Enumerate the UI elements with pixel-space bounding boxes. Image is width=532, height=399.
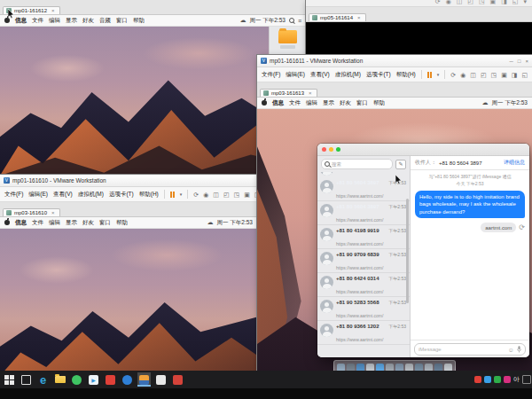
toolbar-icon[interactable]: ◉: [446, 0, 451, 6]
tray-icon[interactable]: [474, 376, 481, 383]
menu-item[interactable]: 帮助: [133, 17, 145, 25]
close-button[interactable]: ×: [525, 59, 528, 64]
dock-icon[interactable]: [425, 364, 433, 372]
dock-icon[interactable]: [386, 364, 394, 372]
toolbar-icon[interactable]: ▣: [490, 0, 497, 6]
toolbar-icon[interactable]: ◰: [467, 0, 473, 6]
menu-item[interactable]: 选项卡(T): [109, 191, 134, 199]
cloud-icon[interactable]: ☁: [207, 219, 214, 226]
zoom-traffic-light[interactable]: [336, 147, 340, 152]
menu-item[interactable]: 信息: [272, 99, 284, 107]
menu-item[interactable]: 文件(F): [262, 71, 280, 79]
cloud-icon[interactable]: ☁: [239, 17, 246, 24]
menu-item[interactable]: 文件(F): [4, 191, 23, 199]
taskbar-icon[interactable]: [104, 372, 117, 387]
apple-menu-icon[interactable]: [262, 100, 267, 106]
menu-item[interactable]: 查看(V): [53, 191, 73, 199]
toolbar-icon[interactable]: ◨: [512, 72, 518, 78]
ime-indicator[interactable]: 아: [513, 375, 520, 384]
menu-item[interactable]: 信息: [15, 219, 27, 227]
vm-screen-off[interactable]: [306, 22, 532, 55]
menu-item[interactable]: 编辑(E): [286, 71, 305, 79]
window-titlebar[interactable]: V mp01-161611 - VMware Workstation ─ □ ×: [257, 55, 532, 67]
taskbar-icon[interactable]: [53, 372, 66, 387]
menu-item[interactable]: 好友: [340, 99, 351, 107]
search-input[interactable]: 搜索: [321, 159, 393, 169]
toolbar-icon[interactable]: ◉: [203, 192, 208, 198]
toolbar-icon[interactable]: ◨: [501, 0, 507, 6]
menu-item[interactable]: 编辑: [306, 99, 317, 107]
toolbar-icon[interactable]: ◫: [213, 192, 219, 198]
recipient-number[interactable]: +81 80 5604 3897: [439, 160, 482, 166]
menu-item[interactable]: 帮助(H): [139, 191, 159, 199]
menu-item[interactable]: 信息: [15, 17, 27, 25]
taskbar-icon[interactable]: [20, 372, 33, 387]
tab-close-icon[interactable]: ×: [309, 90, 312, 96]
tab-close-icon[interactable]: ×: [51, 8, 55, 13]
dock-icon[interactable]: [405, 364, 413, 372]
taskbar-icon[interactable]: [154, 372, 168, 387]
taskbar-icon[interactable]: [121, 372, 134, 387]
minimize-button[interactable]: ─: [510, 59, 513, 64]
dock-icon[interactable]: [356, 364, 364, 372]
menubar-clock[interactable]: 周一 下午2:53: [492, 99, 528, 107]
menu-item[interactable]: 查看(V): [310, 71, 330, 79]
compose-button[interactable]: ✎: [395, 160, 406, 169]
apple-menu-icon[interactable]: [4, 220, 10, 225]
close-traffic-light[interactable]: [322, 147, 326, 152]
toolbar-icon[interactable]: ⟳: [193, 192, 199, 198]
menu-item[interactable]: 文件: [32, 219, 43, 227]
taskbar-icon[interactable]: [171, 372, 184, 387]
sidebar-scrollbar[interactable]: [406, 199, 409, 303]
window-titlebar[interactable]: V mp01-161610 - VMware Workstation: [0, 175, 257, 187]
dock-icon[interactable]: [366, 364, 374, 372]
menubar-clock[interactable]: 周一 下午2:53: [249, 17, 285, 25]
menubar-clock[interactable]: 周一 下午2:53: [217, 219, 253, 227]
menu-item[interactable]: 窗口: [356, 99, 368, 107]
vm-tab[interactable]: mp03-161610 ×: [3, 208, 60, 216]
vm-tab[interactable]: mp03-161613 ×: [260, 89, 317, 97]
tab-close-icon[interactable]: ×: [357, 15, 361, 20]
toolbar-icon[interactable]: ◫: [457, 0, 463, 6]
menu-item[interactable]: 显示: [66, 219, 77, 227]
dock-icon[interactable]: [395, 364, 403, 372]
menu-item[interactable]: 帮助(H): [396, 71, 416, 79]
pause-vm-button[interactable]: [427, 72, 432, 78]
menu-item[interactable]: 显示: [323, 99, 334, 107]
toolbar-icon[interactable]: ◳: [479, 0, 485, 6]
conversation-row[interactable]: +81 90 9709 6839 下午2:53 https://www.aart…: [317, 249, 410, 273]
tray-icon[interactable]: [504, 376, 511, 383]
messages-titlebar[interactable]: [317, 144, 529, 156]
dock-icon[interactable]: [337, 364, 345, 372]
menu-item[interactable]: 编辑: [49, 17, 60, 25]
menu-item[interactable]: 好友: [82, 219, 94, 227]
dock-icon[interactable]: [434, 364, 442, 372]
menu-item[interactable]: 音频: [99, 17, 111, 25]
toolbar-icon[interactable]: ◱: [521, 72, 528, 78]
message-input[interactable]: iMessage ☺: [414, 343, 526, 356]
link-preview-bubble[interactable]: aartmt.com: [481, 223, 516, 232]
taskbar-icon[interactable]: e: [36, 372, 50, 387]
toolbar-icon[interactable]: ⟳: [450, 72, 456, 78]
toolbar-icon[interactable]: ◰: [481, 72, 487, 78]
conversation-row[interactable]: +81 80 6424 0314 下午2:53 https://www.aart…: [317, 273, 410, 297]
action-center-icon[interactable]: [522, 375, 531, 384]
notification-center-icon[interactable]: ≡: [298, 18, 301, 24]
toolbar-icon[interactable]: ◫: [470, 72, 476, 78]
menu-item[interactable]: 虚拟机(M): [335, 71, 361, 79]
spotlight-icon[interactable]: [289, 18, 294, 23]
toolbar-icon[interactable]: ⟳: [435, 0, 441, 6]
taskbar-icon[interactable]: [137, 372, 151, 387]
toolbar-icon[interactable]: ▾: [523, 0, 527, 6]
conversation-row[interactable]: +81 80 9366 1202 下午2:53 https://www.aart…: [317, 321, 410, 345]
dock-icon[interactable]: [444, 364, 452, 372]
menu-item[interactable]: 编辑: [49, 219, 60, 227]
minimize-traffic-light[interactable]: [329, 147, 333, 152]
toolbar-icon[interactable]: ◰: [223, 192, 230, 198]
cloud-icon[interactable]: ☁: [482, 99, 489, 106]
chevron-down-icon[interactable]: ▾: [180, 192, 183, 197]
dock-icon[interactable]: [347, 364, 355, 372]
tab-close-icon[interactable]: ×: [51, 210, 55, 215]
chat-transcript[interactable]: 与"+81 80 5604 3897"进行 iMessage 通信 今天 下午2…: [411, 170, 529, 340]
details-link[interactable]: 详细信息: [504, 159, 525, 167]
